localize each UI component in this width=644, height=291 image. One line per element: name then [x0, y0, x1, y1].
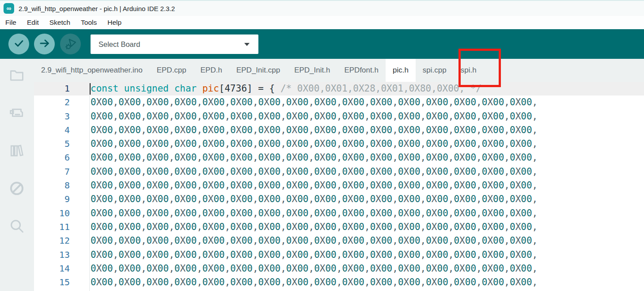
code-line: 0X00,0X00,0X00,0X00,0X00,0X00,0X00,0X00,… — [91, 137, 538, 151]
code-line: 0X00,0X00,0X00,0X00,0X00,0X00,0X00,0X00,… — [91, 165, 538, 179]
line-number: 2 — [34, 96, 70, 109]
debug-button[interactable] — [60, 34, 81, 54]
editor-tab-bar: 2.9_wifi_http_openweather.inoEPD.cppEPD.… — [34, 59, 644, 82]
code-line: 0X00,0X00,0X00,0X00,0X00,0X00,0X00,0X00,… — [91, 123, 538, 137]
folder-icon — [8, 67, 25, 85]
activity-sidebar — [0, 59, 34, 291]
line-number: 10 — [34, 207, 70, 220]
line-number: 3 — [34, 110, 70, 123]
tab-EPD.cpp[interactable]: EPD.cpp — [150, 59, 193, 82]
line-number: 6 — [34, 151, 70, 165]
tab-spi.cpp[interactable]: spi.cpp — [416, 59, 454, 82]
books-icon — [8, 142, 25, 161]
code-line: 0X00,0X00,0X00,0X00,0X00,0X00,0X00,0X00,… — [91, 179, 538, 192]
text-cursor — [90, 83, 91, 95]
tab-EPD_Init.h[interactable]: EPD_Init.h — [287, 59, 337, 82]
indent-guide-line — [89, 96, 90, 291]
arduino-ide-window: ∞ 2.9_wifi_http_openweather - pic.h | Ar… — [0, 0, 644, 291]
tab-2.9_wifi_http_openweather.ino[interactable]: 2.9_wifi_http_openweather.ino — [34, 59, 150, 82]
line-number: 13 — [34, 248, 70, 262]
sidebar-item-debug[interactable] — [8, 181, 25, 198]
upload-button[interactable] — [34, 34, 55, 54]
line-number: 1 — [34, 82, 70, 96]
tab-EPD_Init.cpp[interactable]: EPD_Init.cpp — [229, 59, 287, 82]
line-number: 9 — [34, 192, 70, 206]
tab-pic.h[interactable]: pic.h — [386, 59, 416, 82]
line-number: 4 — [34, 123, 70, 137]
menu-bar: FileEditSketchToolsHelp — [0, 16, 644, 29]
code-content: const unsigned char pic[4736] = { /* 0X0… — [91, 82, 538, 289]
sidebar-item-boards-manager[interactable] — [8, 105, 25, 122]
debug-play-icon — [64, 36, 78, 52]
menu-tools[interactable]: Tools — [76, 19, 102, 27]
tab-EPDfont.h[interactable]: EPDfont.h — [337, 59, 386, 82]
sidebar-item-search[interactable] — [8, 218, 25, 235]
line-number-gutter: 123456789101112131415 — [34, 82, 70, 289]
toolbar: Select Board — [0, 29, 644, 59]
line-number: 5 — [34, 137, 70, 151]
annotation-red-box — [458, 49, 501, 87]
menu-file[interactable]: File — [0, 19, 22, 27]
line-number: 8 — [34, 179, 70, 192]
code-line: 0X00,0X00,0X00,0X00,0X00,0X00,0X00,0X00,… — [91, 192, 538, 206]
tab-EPD.h[interactable]: EPD.h — [193, 59, 229, 82]
menu-edit[interactable]: Edit — [22, 19, 44, 27]
line-number: 15 — [34, 276, 70, 289]
window-title: 2.9_wifi_http_openweather - pic.h | Ardu… — [19, 5, 175, 12]
sidebar-item-sketchbook[interactable] — [8, 68, 25, 84]
code-line: 0X00,0X00,0X00,0X00,0X00,0X00,0X00,0X00,… — [91, 151, 538, 165]
line-number: 12 — [34, 234, 70, 248]
check-icon — [12, 37, 26, 51]
menu-help[interactable]: Help — [102, 19, 127, 27]
arrow-right-icon — [38, 37, 51, 51]
code-line: 0X00,0X00,0X00,0X00,0X00,0X00,0X00,0X00,… — [91, 248, 538, 262]
sidebar-item-library-manager[interactable] — [8, 143, 25, 160]
search-icon — [8, 218, 25, 236]
slashed-circle-icon — [8, 180, 25, 199]
arduino-logo-icon: ∞ — [4, 3, 14, 14]
board-selector-label: Select Board — [98, 40, 140, 49]
code-line: 0X00,0X00,0X00,0X00,0X00,0X00,0X00,0X00,… — [91, 96, 538, 109]
code-editor[interactable]: 123456789101112131415 const unsigned cha… — [34, 82, 644, 291]
line-number: 11 — [34, 220, 70, 234]
board-icon — [8, 104, 25, 123]
code-line: 0X00,0X00,0X00,0X00,0X00,0X00,0X00,0X00,… — [91, 234, 538, 248]
code-line: 0X00,0X00,0X00,0X00,0X00,0X00,0X00,0X00,… — [91, 220, 538, 234]
code-line: 0X00,0X00,0X00,0X00,0X00,0X00,0X00,0X00,… — [91, 276, 538, 289]
menu-sketch[interactable]: Sketch — [44, 19, 76, 27]
chevron-down-icon — [244, 43, 250, 46]
code-line: 0X00,0X00,0X00,0X00,0X00,0X00,0X00,0X00,… — [91, 207, 538, 220]
code-line: 0X00,0X00,0X00,0X00,0X00,0X00,0X00,0X00,… — [91, 110, 538, 123]
line-number: 7 — [34, 165, 70, 179]
code-line: 0X00,0X00,0X00,0X00,0X00,0X00,0X00,0X00,… — [91, 262, 538, 276]
verify-button[interactable] — [8, 34, 29, 54]
title-bar: ∞ 2.9_wifi_http_openweather - pic.h | Ar… — [0, 0, 644, 16]
board-selector-dropdown[interactable]: Select Board — [91, 34, 258, 54]
line-number: 14 — [34, 262, 70, 276]
